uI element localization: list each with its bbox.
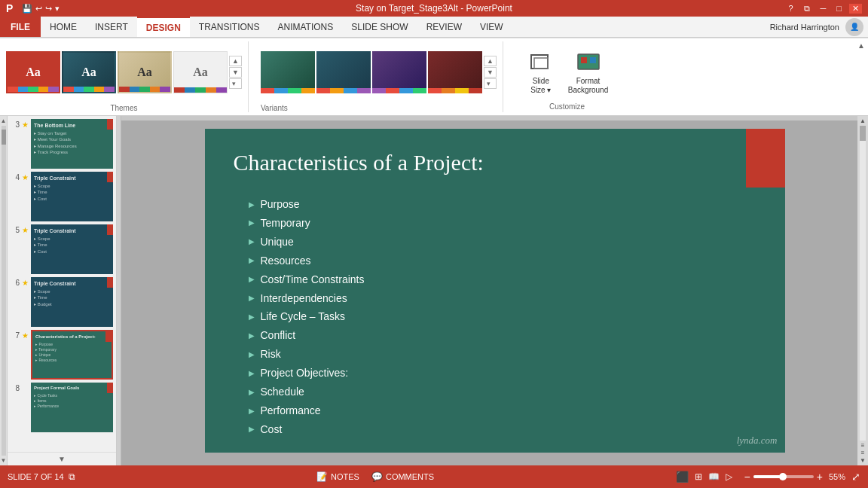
fit-window-btn[interactable]: ⤢ (851, 471, 860, 483)
theme-thumb-3[interactable]: Aa (173, 51, 228, 93)
tab-slideshow[interactable]: SLIDE SHOW (342, 17, 417, 37)
slide-thumb-5[interactable]: Triple Constraint ▸ Scope▸ Time▸ Cost (31, 224, 113, 274)
user-name[interactable]: Richard Harrington (764, 23, 845, 32)
themes-label: Themes (110, 104, 137, 112)
variants-scroll-down[interactable]: ▼ (484, 67, 497, 78)
themes-scroll-up[interactable]: ▲ (229, 56, 242, 66)
zoom-level[interactable]: 55% (829, 472, 845, 481)
variant-thumb-3[interactable] (428, 51, 482, 93)
tab-view[interactable]: VIEW (471, 17, 512, 37)
app-icon: P (6, 2, 13, 14)
main-slide: Characteristics of a Project: ▶Purpose ▶… (205, 129, 785, 453)
zoom-plus-btn[interactable]: + (817, 471, 823, 482)
slide-sorter-btn[interactable]: ⊞ (695, 471, 702, 482)
status-right: ⬛ ⊞ 📖 ▷ − + 55% ⤢ (676, 471, 860, 483)
bullet-7: ▶Conflict (249, 326, 365, 345)
bullet-6: ▶Life Cycle – Tasks (249, 307, 365, 326)
slide-panel-scroll-down[interactable]: ▼ (8, 452, 116, 465)
scroll-expand-2[interactable]: ≡ (861, 450, 865, 456)
more-qa-btn[interactable]: ▾ (55, 4, 60, 14)
restore-btn[interactable]: ⧉ (801, 4, 813, 14)
variant-thumb-2[interactable] (372, 51, 426, 93)
themes-section: Aa Aa (6, 41, 249, 112)
slide-size-icon (527, 50, 555, 77)
bullet-list: ▶Purpose ▶Temporary ▶Unique ▶Resources ▶… (249, 195, 365, 439)
ribbon-content: Aa Aa (0, 38, 868, 116)
bullet-1: ▶Temporary (249, 214, 365, 233)
bullet-2: ▶Unique (249, 233, 365, 252)
zoom-minus-btn[interactable]: − (744, 471, 750, 482)
slide-item-6[interactable]: 6 ★ Triple Constraint ▸ Scope▸ Time▸ Bud… (11, 277, 113, 327)
variants-scroll-up[interactable]: ▲ (484, 56, 497, 66)
slide-title: Characteristics of a Project: (234, 150, 484, 175)
slide-item-5[interactable]: 5 ★ Triple Constraint ▸ Scope▸ Time▸ Cos… (11, 224, 113, 274)
slide-thumb-3[interactable]: The Bottom Line ▸ Stay on Target▸ Meet Y… (31, 119, 113, 169)
redo-btn[interactable]: ↪ (45, 4, 52, 14)
panel-scroll-down-btn[interactable]: ▼ (1, 457, 7, 464)
panel-scroll-up-btn[interactable]: ▲ (1, 117, 7, 124)
slide-size-btn[interactable]: SlideSize ▾ (521, 47, 561, 98)
slide-star-6: ★ (22, 277, 29, 287)
slide-thumb-4[interactable]: Triple Constraint ▸ Scope▸ Time▸ Cost (31, 172, 113, 221)
zoom-slider[interactable] (753, 475, 814, 478)
help-btn[interactable]: ? (785, 4, 796, 14)
tab-review[interactable]: REVIEW (417, 17, 471, 37)
slide-star-7: ★ (22, 330, 29, 340)
tab-file[interactable]: FILE (0, 17, 41, 37)
tab-insert[interactable]: INSERT (86, 17, 137, 37)
variant-thumb-1[interactable] (316, 51, 371, 93)
tab-home[interactable]: HOME (41, 17, 86, 37)
theme-thumb-1[interactable]: Aa (62, 51, 116, 93)
slide-panel-left-scrollbar: ▲ ▼ (0, 116, 8, 465)
theme-thumb-2[interactable]: Aa (118, 51, 172, 93)
format-background-icon (575, 50, 602, 77)
maximize-btn[interactable]: □ (833, 4, 845, 14)
variants-more[interactable]: ▾ (484, 78, 497, 89)
notes-icon: 📝 (316, 471, 328, 482)
svg-rect-1 (534, 58, 548, 69)
tab-transitions[interactable]: TRANSITIONS (190, 17, 269, 37)
slide-star-8: ★ (22, 383, 29, 392)
slide-show-btn[interactable]: ▷ (726, 471, 732, 482)
slide-thumb-6[interactable]: Triple Constraint ▸ Scope▸ Time▸ Budget (31, 277, 113, 327)
format-background-btn[interactable]: FormatBackground (564, 47, 613, 98)
theme-thumb-0[interactable]: Aa (6, 51, 60, 93)
lynda-watermark: lynda.com (737, 435, 778, 447)
slide-item-7[interactable]: 7 ★ Characteristics of a Project: ▸ Purp… (11, 330, 113, 380)
status-left: SLIDE 7 OF 14 ⧉ (8, 471, 75, 482)
slide-view-icon[interactable]: ⧉ (69, 471, 75, 482)
quick-save-icon[interactable]: 💾 (22, 4, 32, 14)
slide-thumb-8[interactable]: Project Formal Goals ▸ Cycle Tasks▸ Item… (31, 383, 113, 432)
notes-btn[interactable]: 📝 NOTES (316, 471, 359, 482)
bullet-9: ▶Project Objectives: (249, 364, 365, 383)
slide-item-8[interactable]: 8 ★ Project Formal Goals ▸ Cycle Tasks▸ … (11, 383, 113, 432)
minimize-btn[interactable]: ─ (818, 4, 830, 14)
svg-rect-4 (581, 57, 587, 63)
slide-list: 3 ★ The Bottom Line ▸ Stay on Target▸ Me… (8, 116, 116, 452)
slide-star-3: ★ (22, 119, 29, 129)
slide-thumb-7[interactable]: Characteristics of a Project: ▸ Purpose▸… (31, 330, 113, 380)
tab-design[interactable]: DESIGN (137, 17, 190, 37)
slide-red-accent (746, 129, 785, 188)
bullet-0: ▶Purpose (249, 195, 365, 214)
undo-btn[interactable]: ↩ (35, 4, 42, 14)
comments-btn[interactable]: 💬 COMMENTS (371, 471, 434, 482)
bullet-4: ▶Cost/Time Constraints (249, 270, 365, 289)
slide-item-3[interactable]: 3 ★ The Bottom Line ▸ Stay on Target▸ Me… (11, 119, 113, 169)
slide-size-label: SlideSize ▾ (530, 77, 551, 95)
tab-animations[interactable]: ANIMATIONS (268, 17, 342, 37)
variants-section: ▲ ▼ ▾ Variants (261, 41, 503, 112)
content-right-scrollbar: ▲ ≡ ≡ ▼ (857, 116, 868, 465)
slide-item-4[interactable]: 4 ★ Triple Constraint ▸ Scope▸ Time▸ Cos… (11, 172, 113, 221)
scroll-up-arrow[interactable]: ▲ (860, 117, 866, 124)
close-btn[interactable]: ✕ (849, 4, 862, 14)
normal-view-btn[interactable]: ⬛ (676, 471, 689, 483)
scroll-expand-1[interactable]: ≡ (861, 442, 865, 449)
ribbon-tabs: FILE HOME INSERT DESIGN TRANSITIONS ANIM… (0, 17, 868, 38)
themes-more[interactable]: ▾ (229, 78, 242, 89)
variant-thumb-0[interactable] (261, 51, 315, 93)
scroll-down-arrow[interactable]: ▼ (860, 457, 866, 464)
reading-view-btn[interactable]: 📖 (708, 471, 720, 482)
ribbon-collapse-btn[interactable]: ▲ (857, 41, 865, 50)
themes-scroll-down[interactable]: ▼ (229, 67, 242, 78)
